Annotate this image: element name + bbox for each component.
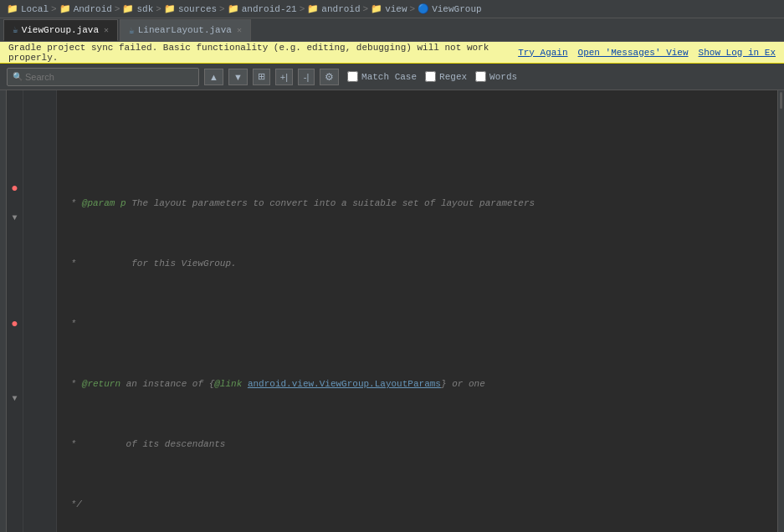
regex-checkbox[interactable] (425, 71, 436, 82)
search-settings-button[interactable]: ⚙ (320, 69, 339, 85)
gutter-empty-5 (7, 151, 23, 166)
match-case-checkbox[interactable] (347, 71, 358, 82)
match-case-label[interactable]: Match Case (347, 71, 417, 82)
show-log-link[interactable]: Show Log in Ex (699, 48, 776, 58)
gutter-empty-6 (7, 166, 23, 181)
search-prev-button[interactable]: ▲ (204, 69, 223, 85)
tab-linearlayout-close[interactable]: ✕ (237, 25, 242, 35)
folder-icon-android21: 📁 (228, 3, 239, 14)
tab-linearlayout[interactable]: ☕ LinearLayout.java ✕ (120, 19, 251, 41)
line-numbers (23, 90, 57, 532)
breadcrumb-android21[interactable]: android-21 (242, 4, 297, 14)
words-checkbox[interactable] (475, 71, 486, 82)
folder-icon-android2: 📁 (307, 3, 319, 14)
gutter-empty-20 (7, 376, 23, 391)
breadcrumb-android[interactable]: Android (74, 4, 112, 14)
gutter-fold-21[interactable]: ▼ (7, 391, 23, 407)
search-input-wrapper: 🔍 (7, 68, 199, 86)
try-again-link[interactable]: Try Again (518, 48, 567, 58)
folder-icon-sources: 📁 (164, 3, 176, 14)
breakpoint-icon[interactable]: ● (11, 182, 18, 195)
search-icon: 🔍 (13, 72, 23, 82)
gutter-empty-18 (7, 346, 23, 361)
gutter-empty-23 (7, 422, 23, 437)
code-line-6: * of its descendants (65, 437, 777, 452)
breadcrumb-sdk[interactable]: sdk (136, 4, 153, 14)
code-line-5: * @return an instance of {@link android.… (65, 376, 777, 391)
regex-label[interactable]: Regex (425, 71, 467, 82)
gutter-empty-24 (7, 437, 23, 452)
code-line-1 (65, 136, 777, 151)
gutter-debug-16: ● (7, 316, 23, 331)
breadcrumb-view[interactable]: view (385, 4, 407, 14)
gutter-empty-14 (7, 286, 23, 301)
tab-linearlayout-icon: ☕ (129, 25, 135, 36)
gutter-area: ● ▼ ● ▼ (7, 90, 23, 532)
search-input[interactable] (25, 72, 184, 82)
folder-icon: 📁 (7, 3, 18, 14)
search-next-button[interactable]: ▼ (228, 69, 248, 85)
fold-icon-21[interactable]: ▼ (12, 391, 17, 407)
words-label[interactable]: Words (475, 71, 517, 82)
code-content: * @param p The layout parameters to conv… (57, 90, 777, 532)
breadcrumb-local[interactable]: Local (21, 4, 49, 14)
gutter-empty-11 (7, 241, 23, 256)
right-scrollbar[interactable] (777, 90, 784, 532)
gutter-empty-1 (7, 90, 23, 105)
search-expand-button[interactable]: +| (275, 69, 293, 85)
gutter-empty-15 (7, 301, 23, 316)
notification-links: Try Again Open 'Messages' View Show Log … (518, 48, 776, 58)
gutter-empty-10 (7, 226, 23, 241)
scrollbar-thumb[interactable] (780, 92, 782, 109)
editor-area[interactable]: * @param p The layout parameters to conv… (23, 90, 777, 532)
tab-viewgroup-close[interactable]: ✕ (104, 25, 109, 35)
tab-viewgroup[interactable]: ☕ ViewGroup.java ✕ (3, 19, 118, 41)
gutter-empty-8 (7, 196, 23, 211)
code-container: * @param p The layout parameters to conv… (23, 90, 777, 532)
gutter-empty-17 (7, 331, 23, 346)
code-line-7: */ (65, 497, 777, 512)
notification-message: Gradle project sync failed. Basic functi… (8, 43, 518, 63)
gutter-debug-7: ● (7, 181, 23, 196)
main-area: ● ▼ ● ▼ (0, 90, 784, 532)
left-sidebar-strip (0, 90, 7, 532)
folder-icon-android: 📁 (59, 3, 71, 14)
gutter-empty-4 (7, 136, 23, 151)
breadcrumb-icon-viewgroup: 🔵 (418, 3, 429, 14)
breakpoint-icon-2[interactable]: ● (11, 317, 18, 330)
match-case-text: Match Case (361, 72, 417, 82)
gutter-empty-2 (7, 105, 23, 120)
gutter-empty-13 (7, 271, 23, 286)
open-messages-link[interactable]: Open 'Messages' View (578, 48, 689, 58)
tab-bar: ☕ ViewGroup.java ✕ ☕ LinearLayout.java ✕ (0, 18, 784, 42)
breadcrumb: 📁 Local > 📁 Android > 📁 sdk > 📁 sources … (0, 0, 784, 18)
breadcrumb-viewgroup[interactable]: ViewGroup (432, 4, 481, 14)
search-collapse-button[interactable]: -| (298, 69, 315, 85)
code-line-2: * @param p The layout parameters to conv… (65, 196, 777, 211)
search-bar: 🔍 ▲ ▼ ⊞ +| -| ⚙ Match Case Regex Words (0, 64, 784, 90)
fold-icon-9[interactable]: ▼ (12, 211, 17, 226)
gutter-empty-12 (7, 256, 23, 271)
folder-icon-view: 📁 (371, 3, 382, 14)
gutter-fold-9[interactable]: ▼ (7, 211, 23, 226)
tab-linearlayout-label: LinearLayout.java (138, 25, 232, 35)
search-find-word-button[interactable]: ⊞ (253, 69, 270, 85)
notification-bar: Gradle project sync failed. Basic functi… (0, 42, 784, 64)
folder-icon-sdk: 📁 (122, 3, 134, 14)
breadcrumb-sources[interactable]: sources (178, 4, 217, 14)
regex-text: Regex (439, 72, 467, 82)
link-viewgroup-layoutparams[interactable]: android.view.ViewGroup.LayoutParams (248, 376, 441, 391)
code-line-3: * for this ViewGroup. (65, 256, 777, 271)
tab-viewgroup-icon: ☕ (13, 24, 18, 35)
gutter-empty-22 (7, 407, 23, 422)
gutter-empty-19 (7, 361, 23, 376)
gutter-empty-3 (7, 120, 23, 136)
words-text: Words (489, 72, 517, 82)
breadcrumb-android2[interactable]: android (321, 4, 360, 14)
tab-viewgroup-label: ViewGroup.java (22, 25, 99, 35)
code-line-4: * (65, 316, 777, 331)
